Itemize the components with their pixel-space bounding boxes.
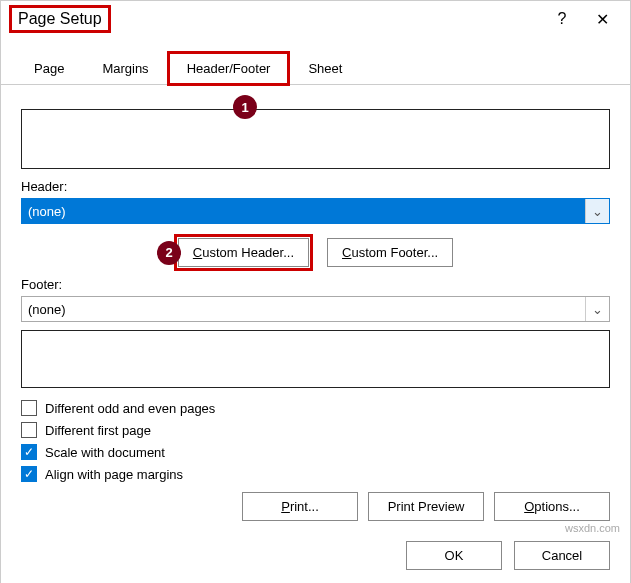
checkbox-checked-icon: ✓: [21, 466, 37, 482]
tab-content: 1 Header: (none) ⌄ 2 Custom Header... Cu…: [1, 85, 630, 529]
tab-header-footer[interactable]: Header/Footer: [168, 52, 290, 85]
checkbox-checked-icon: ✓: [21, 444, 37, 460]
header-select-value: (none): [28, 204, 66, 219]
check-different-odd-even[interactable]: Different odd and even pages: [21, 400, 610, 416]
dialog-footer: OK Cancel: [1, 529, 630, 583]
checkbox-group: Different odd and even pages Different f…: [21, 400, 610, 482]
help-button[interactable]: ?: [542, 5, 582, 33]
chevron-down-icon: ⌄: [585, 199, 609, 223]
custom-header-button[interactable]: Custom Header...: [178, 238, 309, 267]
print-buttons-row: Print... Print Preview Options...: [21, 492, 610, 521]
tab-sheet[interactable]: Sheet: [289, 52, 361, 85]
checkbox-icon: [21, 400, 37, 416]
titlebar: Page Setup ? ✕: [1, 1, 630, 37]
tab-margins[interactable]: Margins: [83, 52, 167, 85]
print-button[interactable]: Print...: [242, 492, 358, 521]
cancel-button[interactable]: Cancel: [514, 541, 610, 570]
header-select[interactable]: (none) ⌄: [21, 198, 610, 224]
footer-select[interactable]: (none) ⌄: [21, 296, 610, 322]
footer-preview: [21, 330, 610, 388]
ok-button[interactable]: OK: [406, 541, 502, 570]
custom-footer-button[interactable]: Custom Footer...: [327, 238, 453, 267]
page-setup-dialog: Page Setup ? ✕ Page Margins Header/Foote…: [0, 0, 631, 583]
close-button[interactable]: ✕: [582, 5, 622, 33]
chevron-down-icon: ⌄: [585, 297, 609, 321]
tab-page[interactable]: Page: [15, 52, 83, 85]
check-different-first-page[interactable]: Different first page: [21, 422, 610, 438]
print-preview-button[interactable]: Print Preview: [368, 492, 484, 521]
dialog-title: Page Setup: [9, 5, 111, 33]
options-button[interactable]: Options...: [494, 492, 610, 521]
checkbox-icon: [21, 422, 37, 438]
annotation-marker-1: 1: [233, 95, 257, 119]
tab-strip: Page Margins Header/Footer Sheet: [1, 45, 630, 85]
footer-select-value: (none): [28, 302, 66, 317]
annotation-marker-2: 2: [157, 241, 181, 265]
footer-label: Footer:: [21, 277, 610, 292]
header-label: Header:: [21, 179, 610, 194]
watermark-text: wsxdn.com: [565, 522, 620, 534]
custom-buttons-row: 2 Custom Header... Custom Footer...: [21, 238, 610, 267]
check-scale-with-document[interactable]: ✓ Scale with document: [21, 444, 610, 460]
check-align-with-margins[interactable]: ✓ Align with page margins: [21, 466, 610, 482]
